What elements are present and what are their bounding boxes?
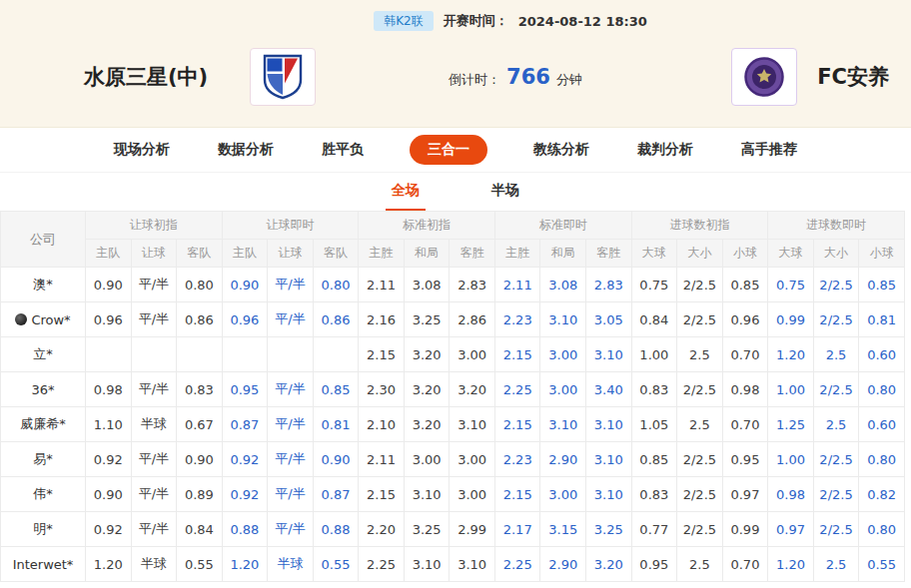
col-header: 让球: [131, 240, 177, 268]
home-team-name: 水原三星(中): [84, 63, 208, 91]
odds-cell-initial: 2.10: [359, 407, 405, 442]
company-name: Crow*: [31, 312, 70, 327]
odds-cell-initial: 半球: [131, 547, 177, 582]
odds-cell-initial: 3.10: [450, 407, 495, 442]
odds-cell-initial: 平/半: [131, 302, 177, 337]
nav-tab-3[interactable]: 胜平负: [320, 135, 366, 165]
odds-cell-live: 1.20: [768, 337, 814, 372]
odds-cell-live: 0.81: [313, 407, 359, 442]
odds-cell-initial: 3.00: [404, 442, 450, 477]
odds-cell-initial: 1.20: [86, 547, 132, 582]
odds-cell-live: 0.85: [859, 268, 905, 302]
col-header: 主队: [86, 240, 132, 268]
odds-cell-live: 2/2.5: [813, 442, 859, 477]
company-cell[interactable]: Crow*: [1, 302, 86, 337]
col-group-header-2: 让球即时: [222, 212, 359, 240]
odds-cell-initial: 2.11: [359, 268, 405, 302]
nav-tab-6[interactable]: 裁判分析: [635, 135, 695, 165]
col-group-header-1: 让球初指: [86, 212, 223, 240]
table-row: 威廉希*1.10半球0.670.87平/半0.812.103.203.102.1…: [1, 407, 905, 442]
odds-cell-initial: 3.25: [404, 302, 450, 337]
company-cell[interactable]: Interwet*: [1, 547, 86, 582]
col-header: 大小: [813, 240, 859, 268]
odds-cell-initial: 0.83: [631, 372, 677, 407]
odds-cell-initial: 2.15: [359, 337, 405, 372]
odds-cell-live: 0.80: [313, 268, 359, 302]
nav-tab-1[interactable]: 现场分析: [112, 135, 172, 165]
odds-cell-live: 2.90: [540, 547, 586, 582]
odds-cell-initial: 0.83: [631, 477, 677, 512]
col-group-header-3: 标准初指: [359, 212, 495, 240]
company-cell[interactable]: 威廉希*: [1, 407, 86, 442]
nav-tab-5[interactable]: 教练分析: [531, 135, 591, 165]
odds-cell-live: 0.86: [313, 302, 359, 337]
odds-cell-live: 3.10: [540, 407, 586, 442]
odds-cell-live: 0.99: [768, 302, 814, 337]
odds-cell-live: [313, 337, 359, 372]
home-team-logo: [250, 48, 316, 106]
odds-cell-live: 0.96: [222, 302, 268, 337]
col-header: 让球: [268, 240, 314, 268]
nav-tab-4[interactable]: 三合一: [410, 135, 487, 165]
home-team: 水原三星(中): [84, 48, 316, 106]
odds-cell-live: 0.95: [222, 372, 268, 407]
odds-cell-live: 2.5: [813, 337, 859, 372]
odds-cell-live: 2.11: [494, 268, 540, 302]
odds-cell-live: 0.55: [859, 547, 905, 582]
nav-tabs: 现场分析数据分析胜平负三合一教练分析裁判分析高手推荐: [0, 128, 911, 173]
odds-cell-initial: 2/2.5: [677, 442, 723, 477]
company-cell[interactable]: 易*: [1, 442, 86, 477]
odds-cell-live: 2.15: [494, 477, 540, 512]
odds-cell-initial: 0.55: [177, 547, 223, 582]
odds-cell-initial: 2.25: [359, 547, 405, 582]
scope-tab-2[interactable]: 半场: [485, 174, 525, 211]
league-badge[interactable]: 韩K2联: [374, 11, 434, 31]
odds-cell-initial: 0.96: [86, 302, 132, 337]
odds-cell-live: 平/半: [268, 407, 314, 442]
shield-crest-icon: [263, 54, 303, 100]
col-header: 大小: [677, 240, 723, 268]
odds-cell-initial: 2.30: [359, 372, 405, 407]
odds-cell-live: 0.82: [859, 477, 905, 512]
odds-cell-initial: 3.20: [450, 372, 495, 407]
scope-tabs: 全场半场: [0, 173, 911, 211]
round-crest-icon: [743, 56, 785, 98]
col-group-header-6: 进球数即时: [768, 212, 905, 240]
col-header: 和局: [404, 240, 450, 268]
col-header: 客队: [177, 240, 223, 268]
company-name: 易*: [33, 451, 53, 466]
company-name: 立*: [33, 346, 53, 361]
nav-tab-7[interactable]: 高手推荐: [739, 135, 799, 165]
company-cell[interactable]: 明*: [1, 512, 86, 547]
odds-cell-initial: 0.83: [177, 372, 223, 407]
odds-cell-live: 0.90: [313, 442, 359, 477]
company-name: 36*: [31, 382, 54, 397]
odds-cell-live: 平/半: [268, 477, 314, 512]
countdown-value: 766: [506, 65, 550, 89]
odds-cell-initial: 0.92: [86, 442, 132, 477]
company-cell[interactable]: 澳*: [1, 268, 86, 302]
odds-cell-live: 0.80: [859, 442, 905, 477]
company-cell[interactable]: 伟*: [1, 477, 86, 512]
odds-cell-initial: 2.83: [450, 268, 495, 302]
company-cell[interactable]: 36*: [1, 372, 86, 407]
odds-cell-live: 0.92: [222, 477, 268, 512]
odds-cell-live: 1.20: [768, 547, 814, 582]
scope-tab-1[interactable]: 全场: [386, 174, 426, 211]
odds-cell-initial: 0.97: [722, 477, 768, 512]
odds-cell-live: 2/2.5: [813, 512, 859, 547]
odds-cell-live: 2.23: [494, 442, 540, 477]
odds-cell-initial: 1.00: [631, 337, 677, 372]
odds-cell-initial: 3.10: [404, 547, 450, 582]
company-cell[interactable]: 立*: [1, 337, 86, 372]
odds-page: 韩K2联 开赛时间： 2024-08-12 18:30 水原三星(中) 倒计时：: [0, 0, 911, 588]
odds-cell-initial: 2.86: [450, 302, 495, 337]
odds-cell-initial: 2/2.5: [677, 372, 723, 407]
odds-cell-live: 3.20: [586, 547, 632, 582]
odds-cell-initial: 3.25: [404, 512, 450, 547]
odds-table-body: 澳*0.90平/半0.800.90平/半0.802.113.082.832.11…: [1, 268, 905, 582]
col-header: 大球: [631, 240, 677, 268]
nav-tab-2[interactable]: 数据分析: [216, 135, 276, 165]
odds-cell-initial: 2.11: [359, 442, 405, 477]
odds-cell-initial: 3.20: [404, 372, 450, 407]
